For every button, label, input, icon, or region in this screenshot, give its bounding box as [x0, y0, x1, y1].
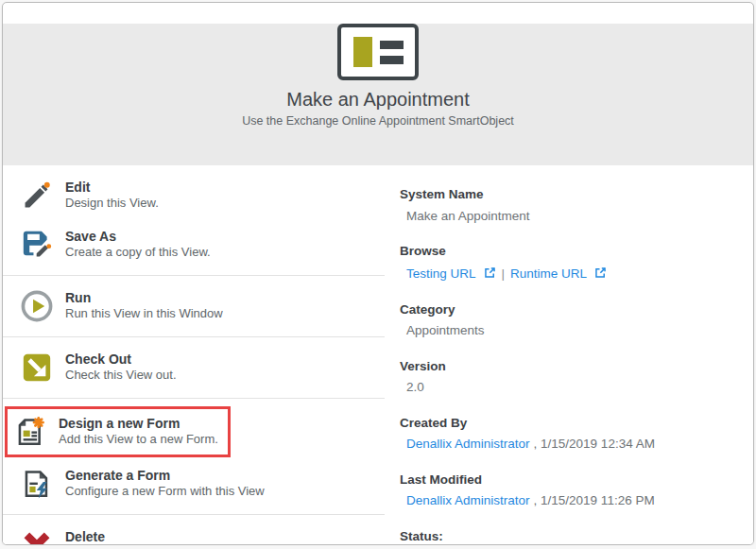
menu-item-label: Design a new Form [59, 416, 218, 433]
field-label: System Name [400, 186, 744, 203]
body: Edit Design this View. Save As [3, 165, 753, 545]
menu-group: Delete Completely remove this View. [3, 515, 385, 545]
page-subtitle: Use the Exchange Online Appointment Smar… [3, 114, 753, 128]
modified-by-user-link[interactable]: Denallix Administrator [406, 493, 530, 507]
check-out-icon [20, 351, 54, 385]
link-separator: | [502, 266, 506, 281]
action-menu: Edit Design this View. Save As [3, 165, 385, 545]
menu-item-description: Add this View to a new Form. [59, 432, 218, 448]
design-form-icon [13, 415, 47, 449]
menu-item-description: Configure a new Form with this View [65, 484, 265, 500]
testing-url-link[interactable]: Testing URL [406, 266, 476, 281]
page-title: Make an Appointment [3, 88, 753, 111]
menu-item-label: Run [65, 290, 223, 307]
runtime-url-link[interactable]: Runtime URL [510, 266, 587, 281]
menu-item-generate-a-form[interactable]: Generate a Form Configure a new Form wit… [3, 459, 385, 508]
field-system-name: System Name Make an Appointment [400, 186, 744, 224]
field-label: Created By [400, 415, 744, 432]
menu-item-description: Run this View in this Window [65, 306, 223, 322]
field-version: Version 2.0 [400, 358, 744, 396]
field-value: Appointments [400, 322, 744, 339]
menu-item-delete[interactable]: Delete Completely remove this View. [3, 521, 385, 545]
field-last-modified: Last Modified Denallix Administrator, 1/… [400, 472, 744, 509]
menu-item-description: Check this View out. [65, 368, 177, 384]
view-details-panel: Make an Appointment Use the Exchange Onl… [2, 2, 754, 545]
menu-group: Design a new Form Add this View to a new… [3, 399, 385, 515]
run-icon [20, 289, 54, 323]
menu-item-save-as[interactable]: Save As Create a copy of this View. [3, 220, 385, 269]
menu-item-label: Save As [65, 229, 211, 246]
view-icon [337, 24, 419, 80]
field-value: Make an Appointment [400, 208, 744, 225]
external-link-icon[interactable] [484, 266, 496, 283]
created-by-user-link[interactable]: Denallix Administrator [406, 437, 530, 451]
external-link-icon[interactable] [594, 266, 607, 283]
edit-pencil-icon [20, 179, 54, 213]
save-as-icon [20, 228, 54, 262]
menu-item-label: Generate a Form [65, 468, 265, 485]
menu-item-label: Delete [65, 529, 226, 545]
generate-form-icon [20, 467, 54, 501]
menu-item-design-a-new-form[interactable]: Design a new Form Add this View to a new… [8, 411, 218, 453]
field-label: Version [400, 358, 744, 375]
header: Make an Appointment Use the Exchange Onl… [3, 24, 753, 165]
created-timestamp: , 1/15/2019 12:34 AM [534, 437, 655, 451]
view-icon-olive-block [353, 37, 372, 67]
menu-item-label: Edit [65, 180, 159, 197]
delete-icon [20, 528, 54, 545]
field-label: Category [400, 301, 744, 318]
field-category: Category Appointments [400, 301, 744, 339]
field-value: 2.0 [400, 379, 744, 396]
menu-group: Check Out Check this View out. [3, 337, 385, 399]
menu-item-description: Create a copy of this View. [65, 245, 211, 261]
details-panel: System Name Make an Appointment Browse T… [385, 165, 753, 545]
highlight-box: Design a new Form Add this View to a new… [5, 406, 231, 457]
menu-item-run[interactable]: Run Run this View in this Window [3, 282, 385, 331]
menu-item-edit[interactable]: Edit Design this View. [3, 171, 385, 220]
field-browse: Browse Testing URL | Runtime URL [400, 243, 744, 283]
menu-item-label: Check Out [65, 352, 177, 369]
menu-group: Run Run this View in this Window [3, 276, 385, 337]
menu-item-check-out[interactable]: Check Out Check this View out. [3, 343, 385, 392]
menu-item-description: Design this View. [65, 196, 159, 212]
field-created-by: Created By Denallix Administrator, 1/15/… [400, 415, 744, 453]
view-icon-bars [380, 41, 404, 64]
menu-group: Edit Design this View. Save As [3, 165, 385, 276]
modified-timestamp: , 1/15/2019 11:26 PM [534, 493, 655, 507]
field-label: Status: [400, 528, 744, 545]
field-label: Last Modified [400, 472, 744, 489]
field-status: Status: Checked in [400, 528, 744, 545]
field-label: Browse [400, 243, 744, 260]
